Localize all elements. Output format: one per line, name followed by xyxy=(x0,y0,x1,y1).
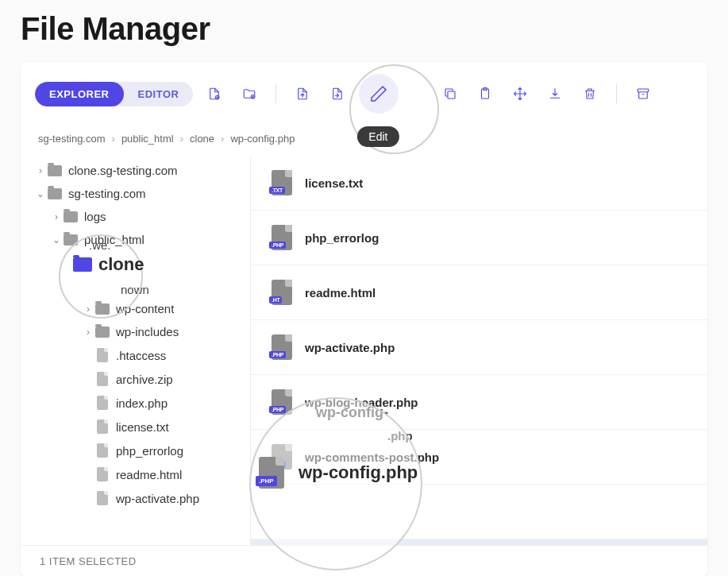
file-row[interactable]: wp-config.php xyxy=(251,539,707,545)
file-icon: .HT xyxy=(272,280,292,305)
breadcrumb-item[interactable]: sg-testing.com xyxy=(38,133,106,145)
tree-file[interactable]: index.php xyxy=(21,391,250,415)
tree-item-label: sg-testing.com xyxy=(68,187,146,200)
tree-item-label: wp-includes xyxy=(116,325,179,338)
ext-badge: .HT xyxy=(269,296,282,303)
obscured-text: nown xyxy=(121,283,149,296)
breadcrumb-item[interactable]: wp-config.php xyxy=(230,133,295,145)
ext-badge: .PHP xyxy=(269,406,286,413)
file-name: readme.html xyxy=(305,286,376,300)
tree-item-label: index.php xyxy=(116,396,168,410)
file-icon: .PHP xyxy=(272,334,292,360)
chevron-icon: › xyxy=(83,303,94,315)
file-icon: .PHP xyxy=(272,444,292,470)
breadcrumb-item[interactable]: public_html xyxy=(121,133,174,145)
tree-item-label: wp-content xyxy=(116,302,174,315)
edit-tooltip: Edit xyxy=(357,126,399,147)
tree-item-label: wp-activate.php xyxy=(116,492,199,505)
chevron-right-icon: › xyxy=(112,133,115,145)
ext-badge: .PHP xyxy=(269,242,286,249)
tree-file[interactable]: .htaccess xyxy=(21,343,250,367)
new-file-button[interactable] xyxy=(201,80,228,107)
file-name: license.txt xyxy=(305,176,363,190)
edit-callout: Edit xyxy=(359,74,399,114)
chevron-icon: › xyxy=(51,211,62,222)
obscured-text: .we. xyxy=(89,238,111,252)
new-folder-button[interactable] xyxy=(236,80,263,107)
tree-item-label: logs xyxy=(84,210,106,223)
file-row[interactable]: .PHPwp-activate.php xyxy=(251,320,707,375)
tree-item-label: license.txt xyxy=(116,420,169,434)
file-icon xyxy=(94,396,111,410)
folder-icon xyxy=(62,211,79,222)
content-area: ›clone.sg-testing.com⌄sg-testing.com›log… xyxy=(21,156,707,545)
file-name: php_errorlog xyxy=(305,231,379,245)
tree-folder[interactable]: ›wp-includes xyxy=(21,320,250,343)
tree-folder[interactable]: ⌄sg-testing.com xyxy=(21,182,250,205)
file-icon xyxy=(94,443,111,458)
obscured-text: wp-config- xyxy=(316,404,388,421)
tab-editor[interactable]: EDITOR xyxy=(124,82,194,106)
folder-icon xyxy=(46,165,64,176)
file-row[interactable]: .PHPwp-blog-header.php xyxy=(251,375,707,430)
file-row[interactable]: wp-config-sample.php xyxy=(251,485,707,539)
file-icon xyxy=(94,419,111,434)
tree-folder[interactable]: ›wp-content xyxy=(21,297,250,320)
tree-folder[interactable]: ⌄public_html xyxy=(21,228,250,251)
file-row[interactable]: .HTreadme.html xyxy=(251,265,707,320)
tree-folder[interactable]: ›clone.sg-testing.com xyxy=(21,159,250,182)
svg-rect-5 xyxy=(638,89,649,92)
file-row[interactable]: .TXTlicense.txt xyxy=(251,156,707,211)
chevron-icon: ⌄ xyxy=(35,188,46,199)
import-file-button[interactable] xyxy=(324,80,351,107)
file-icon xyxy=(94,491,111,505)
file-icon: .TXT xyxy=(272,170,292,195)
archive-button[interactable] xyxy=(630,80,657,107)
folder-tree: ›clone.sg-testing.com⌄sg-testing.com›log… xyxy=(21,156,251,545)
chevron-right-icon: › xyxy=(180,133,183,145)
file-icon xyxy=(94,348,111,362)
chevron-icon: › xyxy=(35,165,46,176)
folder-icon xyxy=(46,188,64,199)
copy-button[interactable] xyxy=(437,80,464,107)
file-row[interactable]: .PHPwp-comments-post.php xyxy=(251,430,707,485)
chevron-right-icon: › xyxy=(221,133,224,145)
tree-file[interactable]: archive.zip xyxy=(21,367,250,391)
divider xyxy=(616,84,617,103)
tree-item-label: php_errorlog xyxy=(116,444,183,458)
folder-icon xyxy=(94,327,111,338)
status-bar: 1 ITEM SELECTED xyxy=(21,545,707,576)
file-name: wp-activate.php xyxy=(305,341,395,354)
tree-file[interactable]: license.txt xyxy=(21,415,250,439)
obscured-text: .php xyxy=(387,429,413,443)
tree-file[interactable]: readme.html xyxy=(21,462,250,486)
file-icon xyxy=(94,467,111,481)
tree-file[interactable]: php_errorlog xyxy=(21,439,250,462)
file-icon xyxy=(94,372,111,386)
delete-button[interactable] xyxy=(576,80,603,107)
divider xyxy=(275,84,276,103)
breadcrumb-item[interactable]: clone xyxy=(190,133,214,145)
tab-explorer[interactable]: EXPLORER xyxy=(35,82,124,106)
chevron-icon: ⌄ xyxy=(51,234,62,245)
file-list: .TXTlicense.txt.PHPphp_errorlog.HTreadme… xyxy=(251,156,707,545)
ext-badge: .PHP xyxy=(269,351,286,358)
ext-badge: .TXT xyxy=(269,187,285,194)
file-row[interactable]: .PHPphp_errorlog xyxy=(251,211,707,265)
file-icon: .PHP xyxy=(272,225,292,250)
ext-badge: .PHP xyxy=(269,461,286,468)
edit-button[interactable] xyxy=(359,74,399,114)
download-button[interactable] xyxy=(541,80,568,107)
tree-item-label: readme.html xyxy=(116,468,182,481)
mode-switcher: EXPLORER EDITOR xyxy=(35,82,193,106)
tree-item-label: clone.sg-testing.com xyxy=(68,164,178,177)
tree-folder[interactable]: ›logs xyxy=(21,205,250,228)
move-button[interactable] xyxy=(507,80,533,107)
paste-button[interactable] xyxy=(472,80,499,107)
upload-file-button[interactable] xyxy=(289,80,316,107)
tree-file[interactable]: wp-activate.php xyxy=(21,486,250,510)
toolbar: EXPLORER EDITOR Edit xyxy=(21,63,707,125)
page-title: File Manager xyxy=(0,0,728,63)
tree-item-label: archive.zip xyxy=(116,373,173,386)
file-name: wp-comments-post.php xyxy=(305,450,439,464)
